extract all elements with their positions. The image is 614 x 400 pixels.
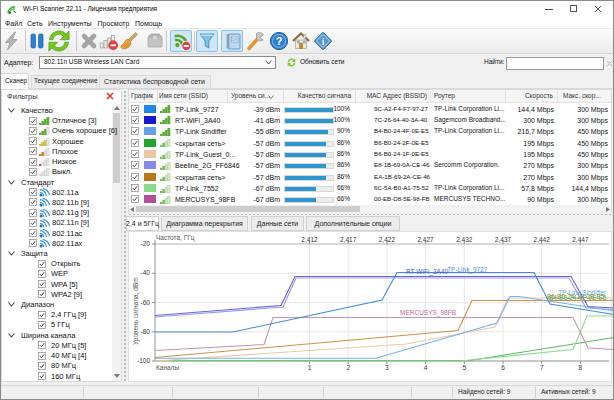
svg-text:2,417: 2,417 [340,236,357,243]
svg-text:-20: -20 [141,240,151,247]
svg-text:DV: DV [232,38,238,42]
svg-text:2,432: 2,432 [456,236,473,243]
svg-text:2,427: 2,427 [417,236,434,243]
svg-text:2: 2 [346,364,350,371]
svg-text:?: ? [276,35,283,47]
svg-text:TP-Link_9727: TP-Link_9727 [447,266,488,274]
svg-text:Частота, ГГц: Частота, ГГц [156,234,195,242]
svg-text:-60: -60 [141,299,151,306]
svg-text:i: i [322,37,325,47]
svg-text:-40: -40 [141,269,151,276]
svg-text:Каналы: Каналы [156,364,179,371]
svg-text:2,447: 2,447 [572,236,589,243]
svg-text:2,442: 2,442 [534,236,551,243]
svg-text:2,437: 2,437 [495,236,512,243]
svg-text:7: 7 [540,364,544,371]
svg-text:8: 8 [579,364,583,371]
svg-text:2,422: 2,422 [379,236,396,243]
svg-text:6: 6 [501,364,505,371]
svg-text:-100: -100 [137,357,150,364]
svg-text:RT-WiFi_3A40: RT-WiFi_3A40 [406,268,449,276]
svg-text:4: 4 [424,364,428,371]
svg-text:1: 1 [308,364,312,371]
svg-text:MERCUSYS_98FB: MERCUSYS_98FB [400,309,456,317]
svg-text:B4-B0-24-4F-0E-E5: B4-B0-24-4F-0E-E5 [549,294,607,301]
svg-text:3: 3 [385,364,389,371]
svg-text:2,412: 2,412 [301,236,318,243]
svg-text:-80: -80 [141,328,151,335]
svg-text:5: 5 [462,364,466,371]
